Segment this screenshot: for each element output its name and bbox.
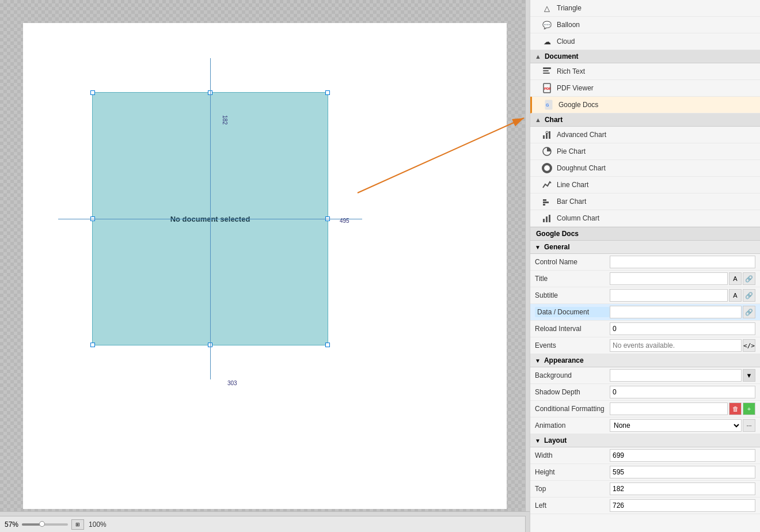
widget-item-google-docs[interactable]: G Google Docs (530, 97, 760, 113)
widget-item-balloon[interactable]: 💬 Balloon (530, 17, 760, 33)
section-header-layout[interactable]: ▼ Layout (530, 434, 760, 447)
widget-item-triangle[interactable]: △ Triangle (530, 0, 760, 17)
section-header-document[interactable]: ▲ Document (530, 50, 760, 63)
widget-item-line-chart[interactable]: Line Chart (530, 177, 760, 193)
handle-tl[interactable] (90, 90, 95, 95)
rich-text-icon (542, 66, 552, 77)
triangle-general: ▼ (535, 244, 541, 250)
svg-text:G: G (546, 103, 549, 107)
label-data-document: Data / Document (535, 307, 610, 317)
collapse-icon-chart: ▲ (535, 116, 541, 123)
widget-label-balloon: Balloon (557, 21, 580, 29)
collapse-icon-document: ▲ (535, 53, 541, 60)
doughnut-chart-icon (542, 163, 552, 173)
input-control-name[interactable] (610, 256, 755, 268)
input-events[interactable] (610, 339, 742, 352)
prop-row-height: Height (530, 464, 760, 481)
element-placeholder-text: No document selected (170, 215, 250, 223)
svg-rect-19 (543, 219, 545, 222)
widget-item-pdf-viewer[interactable]: PDF PDF Viewer (530, 80, 760, 97)
svg-rect-21 (549, 215, 550, 222)
properties-panel: Google Docs ▼ General Control Name Title… (530, 227, 760, 532)
title-link-btn[interactable]: 🔗 (743, 272, 755, 285)
handle-bc[interactable] (208, 343, 212, 347)
subtitle-format-btn[interactable]: A (729, 289, 742, 302)
fit-page-btn[interactable]: ⊞ (71, 519, 84, 530)
widget-item-bar-chart[interactable]: Bar Chart (530, 193, 760, 210)
handle-tc[interactable] (208, 90, 212, 95)
handle-tr[interactable] (325, 90, 330, 95)
input-background[interactable] (610, 369, 742, 382)
canvas-scrollbar-h[interactable] (0, 511, 530, 516)
section-label-layout: Layout (544, 436, 567, 444)
subtitle-link-btn[interactable]: 🔗 (743, 289, 755, 302)
widget-item-doughnut-chart[interactable]: Doughnut Chart (530, 160, 760, 177)
section-header-general[interactable]: ▼ General (530, 241, 760, 254)
input-shadow-depth[interactable] (610, 386, 755, 398)
widget-label-cloud: Cloud (557, 37, 575, 45)
data-document-link-btn[interactable]: 🔗 (743, 306, 755, 318)
animation-options-btn[interactable]: ··· (743, 419, 755, 432)
prop-row-shadow-depth: Shadow Depth (530, 384, 760, 401)
svg-rect-11 (549, 131, 550, 139)
cloud-icon: ☁ (542, 36, 552, 47)
background-color-btn[interactable]: ▼ (743, 369, 755, 382)
prop-row-control-name: Control Name (530, 254, 760, 271)
right-panel: △ Triangle 💬 Balloon ☁ Cloud ▲ Document … (530, 0, 760, 532)
prop-row-title: Title A 🔗 (530, 271, 760, 287)
input-conditional-formatting[interactable] (610, 402, 728, 415)
title-format-btn[interactable]: A (729, 272, 742, 285)
input-data-document[interactable] (610, 306, 742, 318)
column-chart-icon (542, 213, 552, 223)
label-title: Title (535, 275, 610, 283)
label-height: Height (535, 468, 610, 476)
prop-row-subtitle: Subtitle A 🔗 (530, 287, 760, 304)
input-width[interactable] (610, 449, 755, 462)
svg-rect-16 (543, 199, 546, 201)
input-height[interactable] (610, 466, 755, 478)
svg-rect-2 (543, 67, 551, 69)
widget-label-pie-chart: Pie Chart (557, 147, 586, 155)
label-background: Background (535, 371, 610, 379)
widget-item-pie-chart[interactable]: Pie Chart (530, 143, 760, 160)
status-bar: 57% ⊞ 100% (0, 516, 525, 532)
widget-label-advanced-chart: Advanced Chart (557, 131, 606, 139)
prop-row-animation: Animation None Fade Slide ··· (530, 417, 760, 434)
widget-item-cloud[interactable]: ☁ Cloud (530, 33, 760, 50)
section-header-appearance[interactable]: ▼ Appearance (530, 354, 760, 367)
handle-ml[interactable] (90, 216, 95, 221)
cf-delete-btn[interactable]: 🗑 (729, 402, 742, 415)
widget-item-rich-text[interactable]: Rich Text (530, 63, 760, 80)
input-title[interactable] (610, 272, 728, 285)
svg-point-15 (545, 166, 549, 170)
select-animation[interactable]: None Fade Slide (610, 419, 742, 432)
input-subtitle[interactable] (610, 289, 728, 302)
widget-label-line-chart: Line Chart (557, 181, 588, 189)
input-reload-interval[interactable] (610, 322, 755, 335)
svg-rect-10 (546, 133, 548, 139)
widget-label-rich-text: Rich Text (557, 67, 585, 75)
section-header-chart[interactable]: ▲ Chart (530, 113, 760, 127)
zoom-slider-track[interactable] (22, 523, 68, 526)
svg-rect-20 (546, 216, 548, 222)
widget-item-column-chart[interactable]: Column Chart (530, 210, 760, 227)
handle-br[interactable] (325, 343, 330, 347)
events-code-btn[interactable]: </> (743, 339, 755, 352)
prop-row-reload-interval: Reload Interval (530, 321, 760, 337)
label-shadow-depth: Shadow Depth (535, 388, 610, 396)
prop-row-top: Top (530, 481, 760, 497)
svg-rect-18 (543, 204, 545, 206)
section-label-general: General (544, 243, 570, 251)
input-top[interactable] (610, 482, 755, 495)
canvas-scrollbar-v[interactable] (525, 0, 530, 532)
label-width: Width (535, 451, 610, 459)
widget-list: △ Triangle 💬 Balloon ☁ Cloud ▲ Document … (530, 0, 760, 227)
cf-add-btn[interactable]: + (743, 402, 755, 415)
widget-label-column-chart: Column Chart (557, 214, 599, 222)
balloon-icon: 💬 (542, 20, 552, 30)
handle-mr[interactable] (325, 216, 330, 221)
widget-item-advanced-chart[interactable]: Advanced Chart (530, 127, 760, 143)
google-docs-element[interactable]: No document selected (92, 92, 328, 345)
handle-bl[interactable] (90, 343, 95, 347)
input-left[interactable] (610, 499, 755, 512)
